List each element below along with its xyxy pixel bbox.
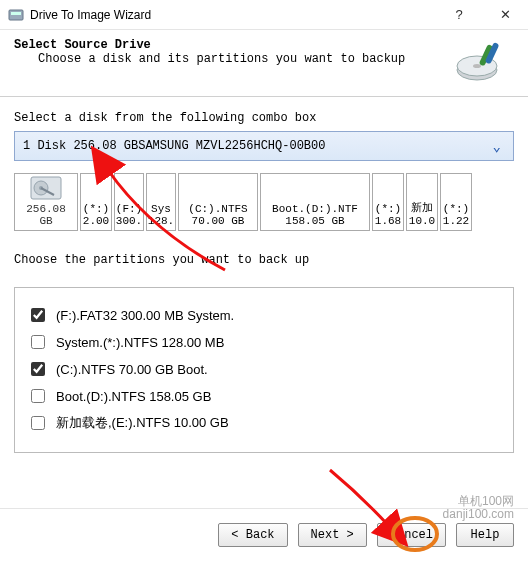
combo-label: Select a disk from the following combo b… — [14, 111, 514, 125]
partition-tile[interactable]: Sys128. — [146, 173, 176, 231]
partition-tile[interactable]: (*:)2.00 — [80, 173, 112, 231]
header-subtitle: Choose a disk and its partitions you wan… — [14, 52, 448, 66]
help-button[interactable]: Help — [456, 523, 514, 547]
close-button[interactable]: ✕ — [482, 0, 528, 30]
partition-checkbox-item[interactable]: (C:).NTFS 70.00 GB Boot. — [27, 359, 501, 379]
back-button[interactable]: < Back — [218, 523, 287, 547]
disk-combo[interactable]: 1 Disk 256.08 GBSAMSUNG MZVL2256HCHQ-00B… — [14, 131, 514, 161]
partition-tile[interactable]: (F:)300. — [114, 173, 144, 231]
partition-text: 新加载卷,(E:).NTFS 10.00 GB — [56, 414, 229, 432]
titlebar: Drive To Image Wizard ? ✕ — [0, 0, 528, 30]
window-controls: ? ✕ — [436, 0, 528, 30]
next-button[interactable]: Next > — [298, 523, 367, 547]
window-title: Drive To Image Wizard — [30, 8, 436, 22]
cancel-button[interactable]: Cancel — [377, 523, 446, 547]
partitions-box: (F:).FAT32 300.00 MB System. System.(*:)… — [14, 287, 514, 453]
partition-text: (F:).FAT32 300.00 MB System. — [56, 308, 234, 323]
partition-checkbox[interactable] — [31, 362, 45, 376]
partitions-label: Choose the partitions you want to back u… — [14, 253, 514, 267]
partition-text: (C:).NTFS 70.00 GB Boot. — [56, 362, 208, 377]
partition-tile[interactable]: (*:)1.68 — [372, 173, 404, 231]
minimize-button[interactable]: ? — [436, 0, 482, 30]
partition-text: System.(*:).NTFS 128.00 MB — [56, 335, 224, 350]
partition-tile[interactable]: (C:).NTFS70.00 GB — [178, 173, 258, 231]
partition-checkbox-item[interactable]: System.(*:).NTFS 128.00 MB — [27, 332, 501, 352]
partition-checkbox[interactable] — [31, 335, 45, 349]
partition-tile[interactable]: Boot.(D:).NTF158.05 GB — [260, 173, 370, 231]
main-panel: Select a disk from the following combo b… — [0, 97, 528, 459]
disk-tile[interactable]: 256.08 GB — [14, 173, 78, 231]
partition-tile[interactable]: 新加10.0 — [406, 173, 438, 231]
watermark: 单机100网 danji100.com — [443, 495, 514, 521]
partition-text: Boot.(D:).NTFS 158.05 GB — [56, 389, 211, 404]
disk-tools-icon — [454, 38, 514, 86]
drive-visual-row: 256.08 GB (*:)2.00 (F:)300. Sys128. (C:)… — [14, 173, 514, 231]
partition-checkbox-item[interactable]: (F:).FAT32 300.00 MB System. — [27, 305, 501, 325]
disk-tile-size: 256.08 GB — [17, 203, 75, 227]
disk-combo-value: 1 Disk 256.08 GBSAMSUNG MZVL2256HCHQ-00B… — [23, 139, 325, 153]
app-icon — [8, 7, 24, 23]
chevron-down-icon: ⌄ — [493, 138, 501, 155]
svg-point-4 — [473, 64, 481, 68]
wizard-header: Select Source Drive Choose a disk and it… — [0, 30, 528, 97]
partition-tile[interactable]: (*:)1.22 — [440, 173, 472, 231]
partition-checkbox-item[interactable]: Boot.(D:).NTFS 158.05 GB — [27, 386, 501, 406]
svg-rect-1 — [11, 12, 21, 15]
header-title: Select Source Drive — [14, 38, 448, 52]
partition-checkbox[interactable] — [31, 308, 45, 322]
partition-checkbox[interactable] — [31, 389, 45, 403]
hdd-icon — [29, 175, 63, 201]
partition-checkbox-item[interactable]: 新加载卷,(E:).NTFS 10.00 GB — [27, 413, 501, 433]
partition-checkbox[interactable] — [31, 416, 45, 430]
